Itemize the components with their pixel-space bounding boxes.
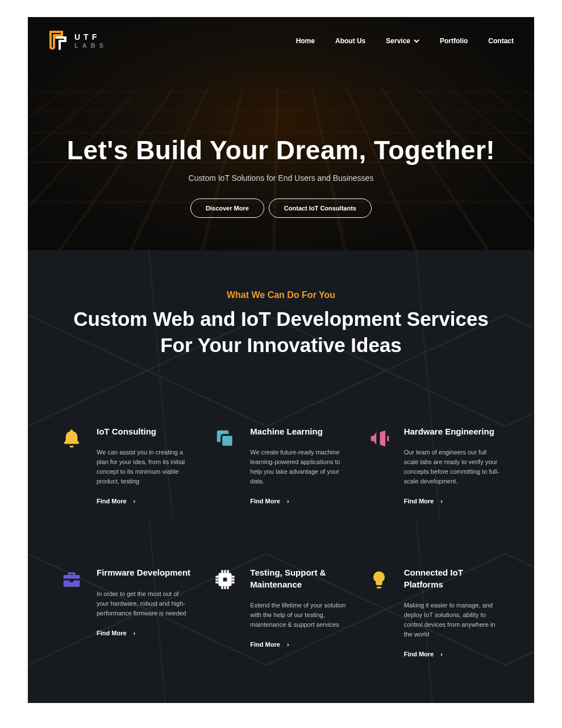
card-desc: In order to get the most out of your har…: [97, 589, 192, 618]
svg-rect-3: [222, 577, 228, 582]
hero-section: UTF LABS Home About Us Service Portfolio…: [28, 17, 534, 250]
hero-subhead: Custom IoT Solutions for End Users and B…: [51, 173, 511, 183]
megaphone-icon: [367, 426, 392, 451]
chevron-right-icon: ›: [287, 498, 289, 504]
nav-contact[interactable]: Contact: [488, 37, 514, 45]
services-heading: Custom Web and IoT Development Services …: [59, 306, 503, 358]
service-card-firmware: Firmware Development In order to get the…: [59, 567, 195, 657]
bulb-icon: [367, 567, 392, 592]
copy-icon: [213, 426, 238, 451]
find-more-link[interactable]: Find More ›: [250, 641, 345, 648]
primary-menu: Home About Us Service Portfolio Contact: [296, 37, 514, 45]
logo-icon: [48, 30, 70, 52]
find-more-label: Find More: [250, 641, 280, 648]
bell-icon: [59, 426, 84, 451]
card-title: Machine Learning: [250, 426, 345, 437]
find-more-label: Find More: [97, 630, 127, 636]
services-section: What We Can Do For You Custom Web and Io…: [28, 250, 534, 703]
find-more-label: Find More: [404, 498, 434, 504]
service-card-iot-consulting: IoT Consulting We can assist you in crea…: [59, 426, 195, 504]
brand-name: UTF: [74, 33, 107, 41]
service-card-hardware: Hardware Engineering Our team of enginee…: [367, 426, 503, 504]
nav-label: Home: [296, 37, 315, 45]
nav-label: Portfolio: [440, 37, 468, 45]
find-more-link[interactable]: Find More ›: [250, 498, 345, 504]
card-desc: We create future-ready machine learning-…: [250, 448, 345, 486]
find-more-label: Find More: [404, 651, 434, 657]
card-desc: We can assist you in creating a plan for…: [97, 448, 192, 486]
services-eyebrow: What We Can Do For You: [59, 290, 503, 300]
find-more-label: Find More: [97, 498, 127, 504]
card-title: Testing, Support & Maintenance: [250, 567, 345, 590]
top-nav: UTF LABS Home About Us Service Portfolio…: [28, 17, 534, 52]
nav-home[interactable]: Home: [296, 37, 315, 45]
find-more-link[interactable]: Find More ›: [404, 498, 499, 504]
card-desc: Our team of engineers our full scale lab…: [404, 448, 499, 486]
nav-service[interactable]: Service: [386, 37, 419, 45]
card-title: IoT Consulting: [97, 426, 192, 437]
chevron-right-icon: ›: [134, 498, 136, 504]
service-card-testing: Testing, Support & Maintenance Extend th…: [213, 567, 349, 657]
brand-logo[interactable]: UTF LABS: [48, 30, 107, 52]
svg-rect-1: [222, 435, 234, 447]
card-desc: Making it easier to manage, and deploy I…: [404, 601, 499, 639]
chevron-right-icon: ›: [134, 630, 136, 636]
nav-about[interactable]: About Us: [335, 37, 365, 45]
service-card-platforms: Connected IoT Platforms Making it easier…: [367, 567, 503, 657]
nav-label: Contact: [488, 37, 514, 45]
find-more-link[interactable]: Find More ›: [97, 630, 192, 636]
find-more-link[interactable]: Find More ›: [404, 651, 499, 657]
briefcase-icon: [59, 567, 84, 592]
find-more-link[interactable]: Find More ›: [97, 498, 192, 504]
chevron-down-icon: [414, 37, 419, 45]
card-desc: Extend the lifetime of your solution wit…: [250, 601, 345, 630]
card-title: Firmware Development: [97, 567, 192, 578]
hero-content: Let's Build Your Dream, Together! Custom…: [28, 135, 534, 218]
hero-cta-row: Discover More Contact IoT Consultants: [51, 198, 511, 218]
nav-label: Service: [386, 37, 410, 45]
logo-text-block: UTF LABS: [74, 33, 107, 49]
brand-sub: LABS: [74, 42, 107, 49]
cpu-icon: [213, 567, 238, 592]
card-title: Connected IoT Platforms: [404, 567, 499, 590]
contact-consultants-button[interactable]: Contact IoT Consultants: [269, 198, 372, 218]
chevron-right-icon: ›: [440, 651, 443, 657]
service-card-machine-learning: Machine Learning We create future-ready …: [213, 426, 349, 504]
services-grid: IoT Consulting We can assist you in crea…: [59, 426, 503, 657]
find-more-label: Find More: [250, 498, 280, 504]
hero-headline: Let's Build Your Dream, Together!: [51, 135, 511, 166]
chevron-right-icon: ›: [440, 498, 443, 504]
discover-more-button[interactable]: Discover More: [190, 198, 264, 218]
nav-label: About Us: [335, 37, 365, 45]
card-title: Hardware Engineering: [404, 426, 499, 437]
nav-portfolio[interactable]: Portfolio: [440, 37, 468, 45]
chevron-right-icon: ›: [287, 641, 289, 648]
